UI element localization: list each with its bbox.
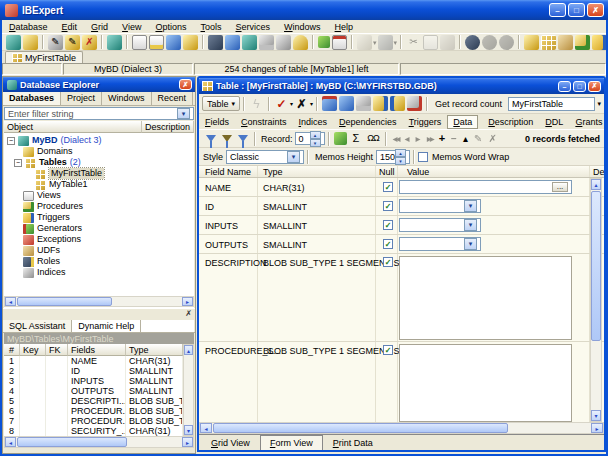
filter-lightning-icon[interactable]: ϟ bbox=[249, 96, 264, 111]
null-checkbox[interactable]: ✓ bbox=[383, 257, 393, 267]
null-checkbox[interactable]: ✓ bbox=[383, 182, 393, 192]
explorer-tab-windows[interactable]: Windows bbox=[102, 92, 152, 105]
tab-description[interactable]: Description bbox=[482, 115, 539, 129]
tab-ddl[interactable]: DDL bbox=[539, 115, 569, 129]
open-file-dropdown-icon[interactable]: ▾ bbox=[373, 39, 377, 46]
scroll-down-icon[interactable]: ▾ bbox=[184, 425, 193, 435]
menu-edit[interactable]: Edit bbox=[55, 20, 85, 34]
cut-icon[interactable]: ✂ bbox=[406, 35, 421, 50]
tree-hscrollbar[interactable]: ◂ ▸ bbox=[4, 296, 194, 307]
field-row[interactable]: 6PROCEDUR...BLOB SUB_TYPE 1 SEGMENT SIZ bbox=[4, 406, 183, 416]
null-checkbox[interactable]: ✓ bbox=[383, 220, 393, 230]
sql-editor-icon[interactable] bbox=[322, 96, 337, 111]
assistant-hscroll-thumb[interactable] bbox=[17, 437, 127, 447]
form-col-field-name[interactable]: Field Name bbox=[205, 167, 251, 178]
globe-icon[interactable] bbox=[107, 35, 122, 50]
memos-height-spinner[interactable]: 150 ▴ ▾ bbox=[376, 150, 410, 164]
last-record-icon[interactable]: ▸▸ bbox=[427, 134, 433, 144]
find-icon[interactable] bbox=[465, 35, 480, 50]
find-next-icon[interactable] bbox=[482, 35, 497, 50]
post-edit-icon[interactable]: ✎ bbox=[474, 134, 482, 144]
tree-item-mytable1[interactable]: MyTable1 bbox=[4, 179, 194, 190]
pen-cross-icon[interactable]: ✗ bbox=[82, 35, 97, 50]
tree-item-roles[interactable]: Roles bbox=[4, 256, 194, 267]
procedure-source-memo[interactable] bbox=[399, 344, 572, 422]
null-checkbox[interactable]: ✓ bbox=[383, 345, 393, 355]
assistant-vscrollbar[interactable]: ▴ ▾ bbox=[183, 344, 194, 436]
new-view-icon[interactable] bbox=[558, 35, 573, 50]
import-icon[interactable] bbox=[390, 96, 405, 111]
insert-record-icon[interactable]: + bbox=[439, 133, 445, 144]
style-dropdown-icon[interactable]: ▾ bbox=[287, 151, 300, 163]
register-database-icon[interactable] bbox=[6, 35, 21, 50]
delete-record-icon[interactable]: − bbox=[451, 134, 457, 144]
key-icon[interactable] bbox=[293, 35, 308, 50]
name-value-input[interactable]: ... bbox=[399, 180, 572, 194]
inputs-value-combo[interactable]: ▾ bbox=[399, 218, 481, 232]
tab-triggers[interactable]: Triggers bbox=[403, 115, 448, 129]
close-button[interactable]: ✗ bbox=[587, 3, 604, 17]
expander-icon[interactable]: − bbox=[14, 159, 22, 167]
outputs-value-combo[interactable]: ▾ bbox=[399, 237, 481, 251]
col-key[interactable]: Key bbox=[20, 344, 46, 356]
link-icon[interactable] bbox=[225, 35, 240, 50]
menu-tools[interactable]: Tools bbox=[194, 20, 229, 34]
tree-item-mybd[interactable]: − MyBD (Dialect 3) bbox=[4, 135, 194, 146]
table-window-titlebar[interactable]: Table : [MyFirstTable] : MyBD (C:\MYFIRS… bbox=[199, 78, 604, 94]
minimize-button[interactable]: – bbox=[549, 3, 566, 17]
style-combo[interactable]: Classic ▾ bbox=[226, 150, 304, 164]
rollback-dropdown-icon[interactable]: ▾ bbox=[310, 101, 313, 107]
table-minimize-button[interactable]: – bbox=[558, 81, 571, 92]
explorer-tab-project[interactable]: Project bbox=[61, 92, 102, 105]
null-checkbox[interactable]: ✓ bbox=[383, 239, 393, 249]
tab-indices[interactable]: Indices bbox=[293, 115, 334, 129]
save-dropdown-icon[interactable]: ▾ bbox=[394, 39, 398, 46]
tree-item-exceptions[interactable]: Exceptions bbox=[4, 234, 194, 245]
column-object[interactable]: Object bbox=[4, 121, 142, 133]
form-col-null[interactable]: Null bbox=[379, 167, 395, 178]
tab-print-data[interactable]: Print Data bbox=[323, 435, 383, 451]
find-prev-icon[interactable] bbox=[499, 35, 514, 50]
field-row[interactable]: 1NAMECHAR(31) bbox=[4, 356, 183, 366]
tree-hscroll-thumb[interactable] bbox=[17, 297, 112, 306]
new-procedure-icon[interactable] bbox=[575, 35, 590, 50]
tab-dependencies[interactable]: Dependencies bbox=[333, 115, 403, 129]
expander-icon[interactable]: − bbox=[7, 137, 15, 145]
form-col-description[interactable]: Description bbox=[593, 167, 606, 178]
aggregate-sigma-icon[interactable]: Σ bbox=[349, 131, 364, 146]
save-icon[interactable] bbox=[378, 35, 393, 50]
description-memo[interactable] bbox=[399, 256, 572, 340]
memos-spin-up-icon[interactable]: ▴ bbox=[395, 149, 406, 157]
assistant-splitter[interactable]: ✗ bbox=[3, 308, 195, 320]
link2-icon[interactable] bbox=[242, 35, 257, 50]
search-database-icon[interactable] bbox=[208, 35, 223, 50]
ellipsis-button[interactable]: ... bbox=[552, 182, 568, 192]
memos-spin-down-icon[interactable]: ▾ bbox=[395, 157, 406, 165]
column-description[interactable]: Description bbox=[142, 121, 194, 133]
field-row[interactable]: 5DESCRIPTI...BLOB SUB_TYPE 1 SEGMENT SIZ bbox=[4, 396, 183, 406]
scroll-right-icon[interactable]: ▸ bbox=[182, 297, 193, 306]
form-vscrollbar[interactable]: ▴ ▾ bbox=[590, 178, 602, 422]
menu-grid[interactable]: Grid bbox=[84, 20, 115, 34]
tree-item-views[interactable]: Views bbox=[4, 190, 194, 201]
app-titlebar[interactable]: IBExpert – □ ✗ bbox=[0, 0, 608, 20]
paste-icon[interactable] bbox=[440, 35, 455, 50]
rollback-icon[interactable]: ✗ bbox=[294, 96, 309, 111]
tree-item-indices[interactable]: Indices bbox=[4, 267, 194, 278]
pen-gray-icon[interactable]: ✎ bbox=[48, 35, 63, 50]
col-num[interactable]: # bbox=[4, 344, 20, 356]
assistant-close-icon[interactable]: ✗ bbox=[185, 310, 192, 318]
cancel-edit-icon[interactable]: ✗ bbox=[488, 134, 496, 144]
tree-item-udfs[interactable]: UDFs bbox=[4, 245, 194, 256]
scroll-left-icon[interactable]: ◂ bbox=[5, 437, 16, 447]
filter-icon[interactable] bbox=[206, 135, 216, 142]
tab-sql-assistant[interactable]: SQL Assistant bbox=[3, 320, 72, 332]
tree-item-generators[interactable]: Generators bbox=[4, 223, 194, 234]
open-document-icon[interactable] bbox=[149, 35, 164, 50]
tab-dynamic-help[interactable]: Dynamic Help bbox=[72, 320, 141, 332]
table-close-button[interactable]: ✗ bbox=[588, 81, 601, 92]
green-led-icon[interactable] bbox=[318, 36, 330, 48]
filter-combo[interactable]: Enter filter string ▾ bbox=[4, 107, 194, 120]
tab-grid-view[interactable]: Grid View bbox=[201, 435, 260, 451]
tree-item-tables[interactable]: − Tables (2) bbox=[4, 157, 194, 168]
